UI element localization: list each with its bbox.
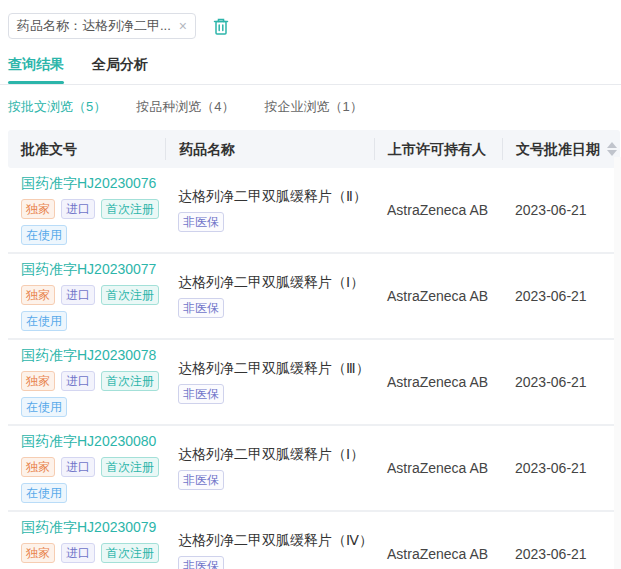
- insurance-tag: 非医保: [178, 470, 224, 490]
- tab-global-analysis[interactable]: 全局分析: [92, 50, 148, 84]
- drug-name: 达格列净二甲双胍缓释片（Ⅳ）: [178, 532, 374, 550]
- table-row: 国药准字HJ20230077 独家进口首次注册在使用 达格列净二甲双胍缓释片（Ⅰ…: [8, 254, 620, 340]
- status-tag: 进口: [61, 285, 95, 305]
- trash-icon[interactable]: [212, 17, 230, 36]
- status-tag: 独家: [21, 457, 55, 477]
- drug-approval-query-page: 药品名称：达格列净二甲... × 查询结果 全局分析 按批文浏览（5） 按品种浏…: [0, 0, 621, 569]
- drug-tags: 非医保: [178, 212, 368, 232]
- approval-no-link[interactable]: 国药准字HJ20230078: [21, 347, 156, 365]
- status-tag: 进口: [61, 199, 95, 219]
- scrollbar-track[interactable]: [614, 157, 621, 569]
- insurance-tag: 非医保: [178, 298, 224, 318]
- insurance-tag: 非医保: [178, 556, 224, 569]
- approval-tags: 独家进口首次注册在使用: [21, 371, 161, 417]
- drug-cell: 达格列净二甲双胍缓释片（Ⅱ） 非医保: [165, 188, 374, 232]
- status-tag: 首次注册: [101, 371, 159, 391]
- sort-icon[interactable]: [607, 142, 617, 156]
- drug-name: 达格列净二甲双胍缓释片（Ⅲ）: [178, 360, 374, 378]
- status-tag: 在使用: [21, 483, 67, 503]
- drug-tags: 非医保: [178, 470, 368, 490]
- approval-date: 2023-06-21: [502, 202, 620, 218]
- approval-tags: 独家进口首次注册在使用: [21, 285, 161, 331]
- approval-date: 2023-06-21: [502, 460, 620, 476]
- table-row: 国药准字HJ20230076 独家进口首次注册在使用 达格列净二甲双胍缓释片（Ⅱ…: [8, 168, 620, 254]
- holder: AstraZeneca AB: [374, 288, 502, 304]
- drug-name: 达格列净二甲双胍缓释片（Ⅰ）: [178, 446, 374, 464]
- approval-tags: 独家进口首次注册在使用: [21, 199, 161, 245]
- approval-no-link[interactable]: 国药准字HJ20230076: [21, 175, 156, 193]
- approval-cell: 国药准字HJ20230080 独家进口首次注册在使用: [8, 433, 165, 503]
- column-header-drug-name: 药品名称: [165, 138, 374, 160]
- status-tag: 首次注册: [101, 457, 159, 477]
- approval-cell: 国药准字HJ20230077 独家进口首次注册在使用: [8, 261, 165, 331]
- status-tag: 首次注册: [101, 199, 159, 219]
- approval-date: 2023-06-21: [502, 288, 620, 304]
- approval-cell: 国药准字HJ20230079 独家进口首次注册在使用: [8, 519, 165, 569]
- chip-close-icon[interactable]: ×: [179, 19, 187, 33]
- insurance-tag: 非医保: [178, 384, 224, 404]
- table-row: 国药准字HJ20230080 独家进口首次注册在使用 达格列净二甲双胍缓释片（Ⅰ…: [8, 426, 620, 512]
- subtab-by-enterprise[interactable]: 按企业浏览（1）: [264, 98, 362, 116]
- drug-cell: 达格列净二甲双胍缓释片（Ⅲ） 非医保: [165, 360, 374, 404]
- column-header-approval-no: 批准文号: [8, 138, 165, 160]
- drug-name: 达格列净二甲双胍缓释片（Ⅰ）: [178, 274, 374, 292]
- approval-date: 2023-06-21: [502, 546, 620, 562]
- status-tag: 独家: [21, 199, 55, 219]
- approval-no-link[interactable]: 国药准字HJ20230080: [21, 433, 156, 451]
- subtab-by-approval[interactable]: 按批文浏览（5）: [8, 98, 106, 116]
- drug-tags: 非医保: [178, 298, 368, 318]
- status-tag: 进口: [61, 543, 95, 563]
- status-tag: 在使用: [21, 311, 67, 331]
- holder: AstraZeneca AB: [374, 374, 502, 390]
- status-tag: 在使用: [21, 397, 67, 417]
- approval-no-link[interactable]: 国药准字HJ20230077: [21, 261, 156, 279]
- filter-bar: 药品名称：达格列净二甲... ×: [0, 0, 621, 40]
- drug-name: 达格列净二甲双胍缓释片（Ⅱ）: [178, 188, 374, 206]
- table-row: 国药准字HJ20230079 独家进口首次注册在使用 达格列净二甲双胍缓释片（Ⅳ…: [8, 512, 620, 569]
- drug-tags: 非医保: [178, 556, 368, 569]
- holder: AstraZeneca AB: [374, 546, 502, 562]
- results-table: 批准文号 药品名称 上市许可持有人 文号批准日期 国药准字HJ20230076 …: [8, 130, 620, 569]
- approval-cell: 国药准字HJ20230076 独家进口首次注册在使用: [8, 175, 165, 245]
- browse-subtabs: 按批文浏览（5） 按品种浏览（4） 按企业浏览（1）: [0, 85, 621, 130]
- filter-chip[interactable]: 药品名称：达格列净二甲... ×: [8, 13, 196, 39]
- status-tag: 独家: [21, 371, 55, 391]
- status-tag: 独家: [21, 285, 55, 305]
- column-header-approval-date-label: 文号批准日期: [516, 138, 600, 160]
- status-tag: 首次注册: [101, 543, 159, 563]
- holder: AstraZeneca AB: [374, 202, 502, 218]
- drug-cell: 达格列净二甲双胍缓释片（Ⅰ） 非医保: [165, 446, 374, 490]
- filter-chip-label: 药品名称：达格列净二甲...: [17, 17, 171, 35]
- status-tag: 进口: [61, 457, 95, 477]
- table-row: 国药准字HJ20230078 独家进口首次注册在使用 达格列净二甲双胍缓释片（Ⅲ…: [8, 340, 620, 426]
- drug-cell: 达格列净二甲双胍缓释片（Ⅰ） 非医保: [165, 274, 374, 318]
- status-tag: 首次注册: [101, 285, 159, 305]
- approval-tags: 独家进口首次注册在使用: [21, 457, 161, 503]
- tab-query-results[interactable]: 查询结果: [8, 50, 64, 84]
- column-header-approval-date: 文号批准日期: [502, 138, 620, 160]
- table-header: 批准文号 药品名称 上市许可持有人 文号批准日期: [8, 130, 620, 168]
- insurance-tag: 非医保: [178, 212, 224, 232]
- approval-tags: 独家进口首次注册在使用: [21, 543, 161, 569]
- subtab-by-variety[interactable]: 按品种浏览（4）: [136, 98, 234, 116]
- main-tabs: 查询结果 全局分析: [0, 40, 621, 85]
- column-header-holder: 上市许可持有人: [374, 138, 502, 160]
- status-tag: 在使用: [21, 225, 67, 245]
- table-body: 国药准字HJ20230076 独家进口首次注册在使用 达格列净二甲双胍缓释片（Ⅱ…: [8, 168, 620, 569]
- status-tag: 进口: [61, 371, 95, 391]
- approval-cell: 国药准字HJ20230078 独家进口首次注册在使用: [8, 347, 165, 417]
- drug-tags: 非医保: [178, 384, 368, 404]
- status-tag: 独家: [21, 543, 55, 563]
- drug-cell: 达格列净二甲双胍缓释片（Ⅳ） 非医保: [165, 532, 374, 569]
- approval-date: 2023-06-21: [502, 374, 620, 390]
- approval-no-link[interactable]: 国药准字HJ20230079: [21, 519, 156, 537]
- holder: AstraZeneca AB: [374, 460, 502, 476]
